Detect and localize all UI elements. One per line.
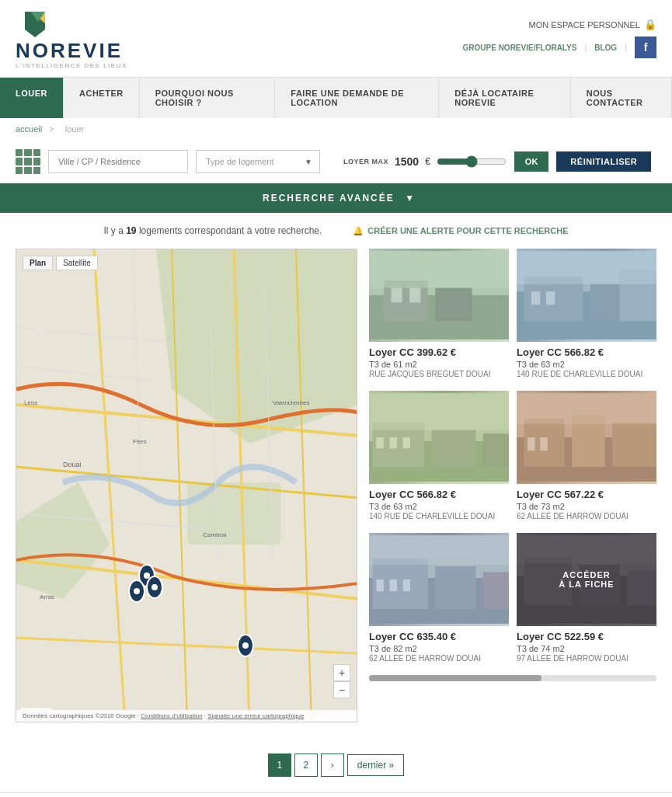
listing-details-6: T3 de 74 m2 — [517, 644, 656, 653]
listing-info-5: Loyer CC 635.40 € T3 de 82 m2 62 Allee d… — [369, 626, 509, 667]
logo-text[interactable]: NOREVIE — [16, 40, 127, 61]
pagination: 1 2 › dernier » — [0, 738, 672, 792]
blog-link[interactable]: BLOG — [594, 44, 617, 52]
svg-point-23 — [144, 573, 150, 579]
listing-info-1: Loyer CC 399.62 € T3 de 61 m2 RUE JACQUE… — [369, 342, 509, 383]
zoom-out-button[interactable]: − — [333, 681, 350, 698]
loyer-slider[interactable] — [437, 155, 507, 168]
listing-price-5: Loyer CC 635.40 € — [369, 631, 509, 642]
svg-rect-67 — [517, 393, 656, 424]
header-links: GROUPE NOREVIE/FLORALYS | BLOG | f — [463, 37, 656, 58]
page-button-1[interactable]: 1 — [268, 753, 291, 777]
svg-rect-74 — [483, 573, 509, 609]
page-next-button[interactable]: › — [321, 753, 344, 777]
listing-image-6: ACCÉDERÀ LA FICHE — [517, 533, 656, 626]
listing-image-2 — [517, 249, 656, 342]
svg-rect-69 — [540, 437, 547, 451]
svg-rect-7 — [187, 482, 280, 545]
chevron-down-icon: ▼ — [405, 193, 416, 204]
map-area[interactable]: Plan Satellite — [16, 249, 357, 722]
svg-rect-75 — [369, 535, 509, 565]
grid-cell — [33, 167, 40, 174]
listing-details-1: T3 de 61 m2 — [369, 360, 509, 369]
map-satellite-button[interactable]: Satellite — [56, 256, 98, 270]
loyer-euro: € — [425, 156, 430, 167]
listing-info-2: Loyer CC 566.82 € T3 de 63 m2 140 Rue de… — [517, 342, 656, 383]
listing-image-5 — [369, 533, 509, 626]
listing-card-4[interactable]: Loyer CC 567.22 € T3 de 73 m2 62 Allee d… — [517, 391, 656, 525]
zoom-in-button[interactable]: + — [333, 664, 350, 681]
svg-rect-58 — [369, 393, 509, 430]
listing-details-2: T3 de 63 m2 — [517, 360, 656, 369]
nav-item-acheter[interactable]: ACHETER — [64, 78, 140, 118]
results-count: Il y a 19 logements correspondant à votr… — [104, 225, 322, 236]
facebook-letter: f — [644, 41, 648, 54]
grid-cell — [33, 158, 40, 165]
type-select[interactable]: Type de logement — [196, 150, 320, 173]
facebook-header-button[interactable]: f — [635, 37, 656, 58]
loyer-section: LOYER MAX 1500 € — [343, 155, 507, 168]
grid-view-icon[interactable] — [16, 149, 40, 174]
listings-grid: Loyer CC 399.62 € T3 de 61 m2 RUE JACQUE… — [369, 249, 656, 667]
map-conditions[interactable]: Conditions d'utilisation — [141, 712, 202, 719]
map-plan-button[interactable]: Plan — [23, 256, 53, 270]
breadcrumb: accueil > louer — [0, 118, 672, 140]
grid-cell — [24, 158, 31, 165]
groupe-link[interactable]: GROUPE NOREVIE/FLORALYS — [463, 44, 577, 52]
listing-address-2: 140 Rue de Charleville DOUAI — [517, 370, 656, 378]
breadcrumb-separator: > — [49, 124, 54, 134]
svg-point-27 — [134, 588, 140, 594]
svg-rect-50 — [531, 291, 540, 305]
header: NOREVIE L'INTELLIGENCE DES LIEUX MON ESP… — [0, 0, 672, 78]
breadcrumb-home[interactable]: accueil — [16, 124, 42, 134]
listing-card-2[interactable]: Loyer CC 566.82 € T3 de 63 m2 140 Rue de… — [517, 249, 656, 383]
listing-info-3: Loyer CC 566.82 € T3 de 63 m2 140 Rue de… — [369, 484, 509, 525]
city-input[interactable] — [48, 150, 188, 173]
recherche-avancee-label: RECHERCHE AVANCÉE — [263, 193, 395, 204]
grid-cell — [16, 158, 23, 165]
nav-item-deja[interactable]: DÉJÀ LOCATAIRE NOREVIE — [439, 78, 570, 118]
page-last-button[interactable]: dernier » — [347, 754, 404, 776]
listing-details-4: T3 de 73 m2 — [517, 502, 656, 511]
results-info: Il y a 19 logements correspondant à votr… — [0, 213, 672, 249]
scroll-thumb[interactable] — [369, 675, 541, 681]
fiche-overlay[interactable]: ACCÉDERÀ LA FICHE — [517, 533, 656, 626]
svg-point-25 — [151, 584, 158, 590]
svg-text:Douai: Douai — [63, 461, 82, 468]
separator2: | — [625, 43, 627, 52]
nav-item-pourquoi[interactable]: POURQUOI NOUS CHOISIR ? — [140, 78, 276, 118]
listing-price-1: Loyer CC 399.62 € — [369, 346, 509, 358]
listing-card-3[interactable]: Loyer CC 566.82 € T3 de 63 m2 140 Rue de… — [369, 391, 509, 525]
listing-image-4 — [517, 391, 656, 484]
listing-card-6[interactable]: ACCÉDERÀ LA FICHE Loyer CC 522.59 € T3 d… — [517, 533, 656, 667]
listing-address-1: RUE JACQUES BREGUET DOUAI — [369, 370, 509, 378]
listing-address-3: 140 Rue de Charleville DOUAI — [369, 512, 509, 520]
svg-text:Flers: Flers — [133, 438, 147, 445]
ok-button[interactable]: OK — [514, 151, 549, 172]
scroll-indicator — [369, 675, 656, 681]
nav-item-louer[interactable]: LOUER — [0, 78, 64, 118]
svg-rect-61 — [403, 437, 410, 448]
norevie-logo-icon — [16, 8, 54, 39]
map-controls: Plan Satellite — [23, 256, 98, 270]
listing-details-5: T3 de 82 m2 — [369, 644, 509, 653]
page-button-2[interactable]: 2 — [294, 753, 318, 777]
map-signaler[interactable]: Signaler une erreur cartographique — [207, 712, 304, 719]
listing-card-5[interactable]: Loyer CC 635.40 € T3 de 82 m2 62 Allee d… — [369, 533, 509, 667]
mon-espace-link[interactable]: MON ESPACE PERSONNEL 🔒 — [529, 19, 656, 30]
svg-text:Lens: Lens — [24, 399, 37, 406]
reinitialiser-button[interactable]: RÉINITIALISER — [556, 151, 651, 172]
listing-price-3: Loyer CC 566.82 € — [369, 489, 509, 500]
recherche-avancee-toggle[interactable]: RECHERCHE AVANCÉE ▼ — [0, 183, 672, 213]
listing-details-3: T3 de 63 m2 — [369, 502, 509, 511]
listing-info-6: Loyer CC 522.59 € T3 de 74 m2 97 Allee d… — [517, 626, 656, 667]
grid-cell — [33, 149, 40, 156]
listing-card-1[interactable]: Loyer CC 399.62 € T3 de 61 m2 RUE JACQUE… — [369, 249, 509, 383]
count-prefix: Il y a — [104, 225, 124, 236]
create-alert-link[interactable]: 🔔 CRÉER UNE ALERTE POUR CETTE RECHERCHE — [353, 226, 568, 236]
svg-rect-68 — [528, 437, 534, 451]
nav-item-demande[interactable]: FAIRE UNE DEMANDE DE LOCATION — [275, 78, 439, 118]
nav-item-contacter[interactable]: NOUS CONTACTER — [571, 78, 672, 118]
map-data-label: Données cartographiques ©2016 Google · C… — [23, 712, 304, 719]
listing-price-6: Loyer CC 522.59 € — [517, 631, 656, 642]
